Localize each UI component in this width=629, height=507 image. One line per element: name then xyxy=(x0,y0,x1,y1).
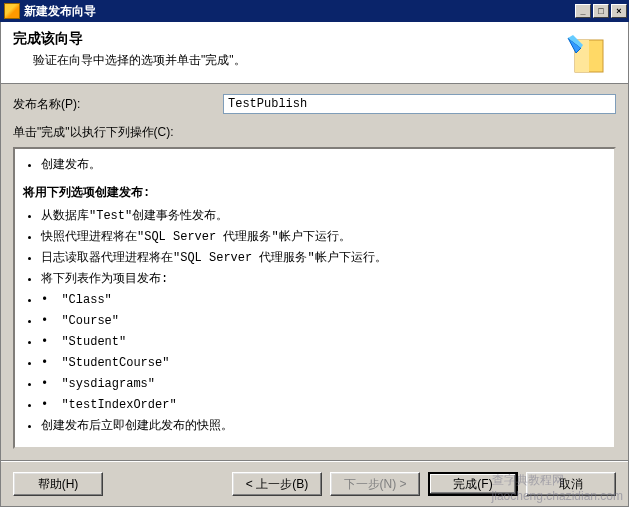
wizard-header: 完成该向导 验证在向导中选择的选项并单击"完成"。 xyxy=(1,22,628,84)
window-body: 完成该向导 验证在向导中选择的选项并单击"完成"。 发布名称(P): 单击"完成… xyxy=(0,22,629,507)
action-create: 创建发布。 xyxy=(41,156,606,174)
publication-name-input[interactable] xyxy=(223,94,616,114)
button-bar: 帮助(H) < 上一步(B) 下一步(N) > 完成(F) 取消 xyxy=(1,461,628,506)
maximize-button[interactable]: □ xyxy=(593,4,609,18)
publication-name-label: 发布名称(P): xyxy=(13,96,223,113)
next-button: 下一步(N) > xyxy=(330,472,420,496)
close-button[interactable]: × xyxy=(611,4,627,18)
table-item: "StudentCourse" xyxy=(41,354,606,372)
page-title: 完成该向导 xyxy=(13,30,563,48)
back-button[interactable]: < 上一步(B) xyxy=(232,472,322,496)
finish-button[interactable]: 完成(F) xyxy=(428,472,518,496)
titlebar: 新建发布向导 _ □ × xyxy=(0,0,629,22)
window-title: 新建发布向导 xyxy=(24,3,575,20)
instruction-label: 单击"完成"以执行下列操作(C): xyxy=(13,124,616,141)
summary-list[interactable]: 创建发布。 将用下列选项创建发布: 从数据库"Test"创建事务性发布。 快照代… xyxy=(13,147,616,449)
wizard-icon xyxy=(563,30,608,75)
cancel-button[interactable]: 取消 xyxy=(526,472,616,496)
page-subtitle: 验证在向导中选择的选项并单击"完成"。 xyxy=(13,52,563,69)
summary-item: 将下列表作为项目发布: xyxy=(41,270,606,288)
window-controls: _ □ × xyxy=(575,4,627,18)
table-item: "Course" xyxy=(41,312,606,330)
table-item: "Class" xyxy=(41,291,606,309)
table-item: "Student" xyxy=(41,333,606,351)
summary-snapshot: 创建发布后立即创建此发布的快照。 xyxy=(41,417,606,435)
summary-item: 日志读取器代理进程将在"SQL Server 代理服务"帐户下运行。 xyxy=(41,249,606,267)
app-icon xyxy=(4,3,20,19)
summary-item: 从数据库"Test"创建事务性发布。 xyxy=(41,207,606,225)
content-area: 发布名称(P): 单击"完成"以执行下列操作(C): 创建发布。 将用下列选项创… xyxy=(1,84,628,461)
table-item: "sysdiagrams" xyxy=(41,375,606,393)
table-item: "testIndexOrder" xyxy=(41,396,606,414)
summary-item: 快照代理进程将在"SQL Server 代理服务"帐户下运行。 xyxy=(41,228,606,246)
summary-heading: 将用下列选项创建发布: xyxy=(23,184,606,201)
help-button[interactable]: 帮助(H) xyxy=(13,472,103,496)
minimize-button[interactable]: _ xyxy=(575,4,591,18)
